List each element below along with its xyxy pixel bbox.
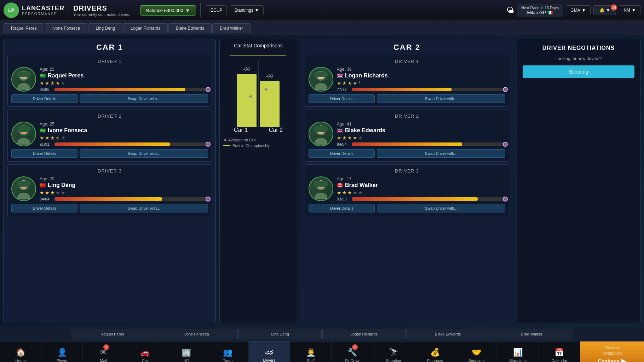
profile-button[interactable]: NM ▼ (619, 5, 640, 15)
car2-driver3-card: DRIVER 3 Age: 17 🇨🇦 (305, 164, 509, 216)
nav-scouting[interactable]: 🔭 Scouting (373, 341, 414, 362)
standings-button[interactable]: Standings ▼ (230, 5, 263, 15)
car2-chart-icon: 🏎 (266, 71, 274, 80)
car2-d1-knob[interactable] (503, 87, 508, 92)
car2-d2-details-btn[interactable]: Driver Details (309, 149, 375, 158)
car1-d2-bar (54, 142, 208, 146)
car1-d3-details-btn[interactable]: Driver Details (11, 204, 77, 212)
driver-tab-ling[interactable]: Ling Dèng (88, 23, 122, 33)
logo-icon[interactable]: LP (4, 2, 19, 18)
nav-car[interactable]: 🚗 Car (124, 341, 166, 362)
driver-tab-brad[interactable]: Brad Walker (212, 23, 251, 33)
chart-area: 🏎 ◀ 🏎 ▶ (223, 60, 293, 127)
car1-d2-stars: ★ ★ ★ ⯨ ★ (40, 135, 208, 141)
nav-mail[interactable]: 9 ✉ Mail (83, 341, 124, 362)
car1-d1-swap-btn[interactable]: Swap Driver with... (80, 94, 208, 103)
car1-d1-bar (54, 88, 208, 91)
staff-icon: 👨‍💼 (306, 348, 316, 357)
nav-home[interactable]: 🏠 Home (0, 341, 41, 362)
car2-d3-header: DRIVER 3 (309, 168, 505, 174)
bell-icon: 🔔 (599, 8, 605, 13)
car2-d2-stat: 84/84 (337, 142, 350, 146)
brand-sub: PERFORMANCE (22, 12, 64, 16)
chart-separator (258, 60, 259, 127)
svg-point-21 (315, 193, 327, 199)
car2-d3-details-btn[interactable]: Driver Details (309, 204, 375, 212)
svg-point-5 (17, 138, 30, 145)
nav-pitcrew[interactable]: 5 🔧 Pit Crew (332, 341, 373, 362)
car2-d1-details-btn[interactable]: Driver Details (309, 94, 375, 103)
main-content: CAR 1 DRIVER 1 Age: 23 (0, 35, 644, 327)
car1-d1-knob[interactable] (206, 87, 211, 92)
standings-dropdown-icon: ▼ (255, 8, 259, 13)
section-subtitle: Your currently contracted drivers. (73, 12, 130, 17)
car2-d2-name: Blake Edwards (345, 127, 385, 134)
collapse-right-btn[interactable]: ▶ (265, 87, 268, 92)
car2-d3-swap-btn[interactable]: Swap Driver with... (377, 204, 505, 212)
car1-d1-details-btn[interactable]: Driver Details (11, 94, 77, 103)
car1-d2-age: Age: 25 (40, 122, 208, 127)
nav-staff[interactable]: 👨‍💼 Staff (290, 341, 332, 362)
car1-d2-name: Ivone Fonseca (48, 127, 87, 134)
bottom-tab-blake[interactable]: Blake Edwards (406, 329, 489, 339)
car1-driver1-card: DRIVER 1 Age: 23 🇧🇷 (7, 55, 212, 107)
bottom-tab-raquel[interactable]: Raquel Peres (71, 329, 154, 339)
car1-d3-knob[interactable] (206, 197, 211, 202)
car2-d3-flag: 🇨🇦 (337, 182, 343, 188)
svg-rect-3 (17, 71, 31, 77)
car2-d2-swap-btn[interactable]: Swap Driver with... (377, 149, 505, 158)
car1-d3-stat: 84/84 (40, 197, 52, 201)
legend-grid: ◀ Average on Grid (223, 138, 257, 142)
car2-driver1-card: DRIVER 1 Age: 39 🇬🇧 (305, 55, 509, 107)
legend: ◀ Average on Grid Best in Championship (223, 138, 293, 148)
svg-rect-15 (314, 71, 328, 77)
car2-d2-header: DRIVER 2 (309, 113, 505, 119)
nav-standings[interactable]: 📊 Standings (498, 341, 539, 362)
bottom-navigation: 🏠 Home 👤 Player 9 ✉ Mail 🚗 Car 🏢 HQ 👥 Te… (0, 341, 644, 362)
driver-tab-logan[interactable]: Logan Richards (123, 23, 168, 33)
car2-d1-swap-btn[interactable]: Swap Driver with... (377, 94, 505, 103)
car1-d3-swap-btn[interactable]: Swap Driver with... (80, 204, 208, 212)
league-button[interactable]: IECUP (205, 5, 227, 15)
divider (69, 3, 69, 17)
car1-d1-stat: 85/85 (40, 87, 52, 92)
car2-d3-stat: 93/93 (337, 197, 350, 201)
driver-tab-ivone[interactable]: Ivone Fonseca (45, 23, 88, 33)
bottom-tab-ivone[interactable]: Ivone Fonseca (155, 329, 238, 339)
svg-point-1 (17, 83, 30, 90)
gma-button[interactable]: GMA ▼ (566, 5, 590, 15)
bottom-tab-logan[interactable]: Logan Richards (322, 329, 406, 339)
nav-calendar[interactable]: 📅 Calendar (539, 341, 580, 362)
nav-drivers[interactable]: 🏎 Drivers (249, 341, 290, 362)
bottom-tab-brad[interactable]: Brad Walker (490, 329, 573, 339)
scouting-button[interactable]: Scouting (523, 65, 634, 78)
drivers-label: Drivers (263, 358, 275, 362)
nav-hq[interactable]: 🏢 HQ (166, 341, 207, 362)
standings-label: Standings (234, 8, 253, 13)
notification-badge: 14 (611, 4, 617, 11)
notification-button[interactable]: 🔔 14 ▼ (593, 5, 616, 15)
balance-button[interactable]: Balance £300,000 ▼ (140, 5, 196, 16)
car1-d2-details-btn[interactable]: Driver Details (11, 149, 77, 158)
car2-d2-bar (352, 142, 505, 146)
continue-date: 01/03/2016 (602, 351, 622, 356)
nav-player[interactable]: 👤 Player (41, 341, 83, 362)
continue-button[interactable]: Tuesday 01/03/2016 Continue ▶ (580, 341, 644, 362)
negotiations-panel: DRIVER NEGOTIATIONS Looking for new driv… (517, 39, 640, 323)
car-label: Car (142, 358, 148, 362)
driver-tab-blake[interactable]: Blake Edwards (168, 23, 212, 33)
car2-d1-header: DRIVER 1 (309, 59, 505, 64)
car2-d1-stat: 77/77 (337, 87, 350, 92)
car1-d2-swap-btn[interactable]: Swap Driver with... (80, 149, 208, 158)
nav-sponsors[interactable]: 🤝 Sponsors (456, 341, 498, 362)
car1-d2-knob[interactable] (206, 142, 211, 147)
nav-team[interactable]: 👥 Team (207, 341, 249, 362)
nav-finances[interactable]: 💰 Finances (414, 341, 456, 362)
car2-d3-knob[interactable] (503, 197, 508, 202)
car2-d2-knob[interactable] (503, 142, 508, 147)
collapse-left-btn[interactable]: ◀ (248, 94, 252, 99)
car2-d1-bar (352, 88, 505, 91)
driver-tab-raquel[interactable]: Raquel Peres (4, 23, 44, 33)
balance-dropdown-icon: ▼ (185, 8, 190, 13)
bottom-tab-ling[interactable]: Ling Dèng (238, 329, 322, 339)
